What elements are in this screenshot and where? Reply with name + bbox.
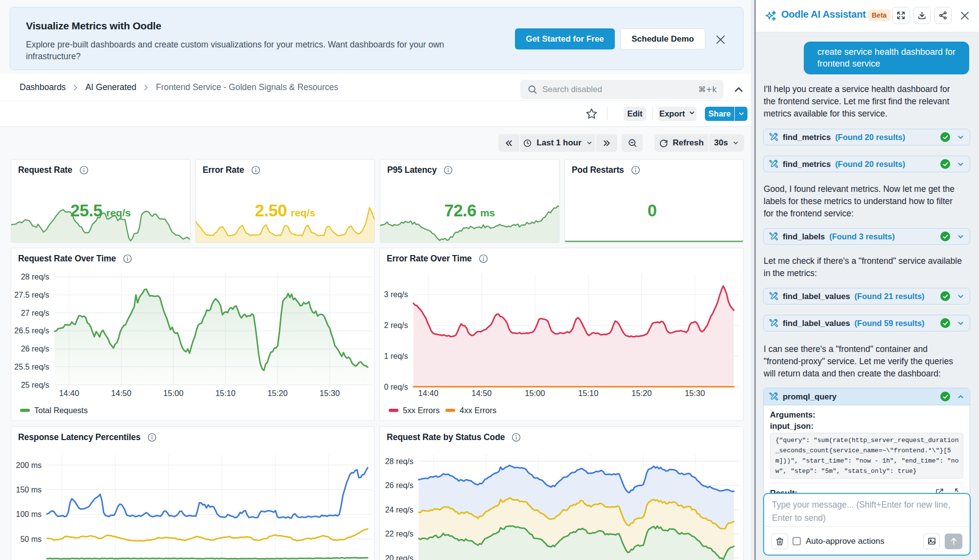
success-check-icon [940, 291, 950, 301]
svg-text:2 req/s: 2 req/s [384, 321, 408, 329]
banner-title: Visualize Metrics with Oodle [26, 20, 161, 32]
breadcrumb-ai-generated[interactable]: AI Generated [85, 82, 136, 93]
attach-image-button[interactable] [923, 534, 940, 549]
send-message-button[interactable] [945, 534, 962, 549]
search-placeholder: Search disabled [542, 85, 699, 94]
svg-text:15:10: 15:10 [215, 389, 235, 397]
success-check-icon [940, 159, 950, 169]
time-shift-forward-button[interactable] [596, 134, 617, 152]
schedule-demo-button[interactable]: Schedule Demo [620, 28, 705, 49]
tools-icon [769, 291, 778, 301]
chevron-down-icon [956, 292, 965, 301]
search-input[interactable]: Search disabled ⌘+k [520, 80, 723, 99]
time-controls: Last 1 hour Refresh 30s [0, 127, 751, 159]
success-check-icon [940, 392, 950, 401]
close-panel-icon[interactable] [959, 10, 971, 22]
svg-text:Total Requests: Total Requests [34, 406, 88, 415]
refresh-button[interactable]: Refresh [654, 134, 708, 152]
search-shortcut: ⌘+k [699, 85, 717, 94]
svg-text:200 ms: 200 ms [16, 461, 42, 469]
arguments-label: Arguments: [770, 409, 963, 420]
svg-text:3 req/s: 3 req/s [384, 290, 408, 299]
stat-panel-error-rate: Error Rate 2.50req/s [195, 159, 375, 243]
svg-text:26.5 req/s: 26.5 req/s [14, 327, 49, 335]
tool-call-find-metrics-2[interactable]: find_metrics (Found 20 results) [763, 156, 970, 172]
tools-icon [769, 132, 778, 142]
svg-text:15:10: 15:10 [578, 389, 598, 397]
chevrons-right-icon [602, 139, 611, 148]
svg-text:0 req/s: 0 req/s [384, 383, 408, 391]
success-check-icon [940, 318, 950, 328]
refresh-label: Refresh [673, 138, 703, 148]
info-icon[interactable] [251, 165, 261, 175]
info-icon[interactable] [443, 165, 453, 175]
tool-call-find-labels[interactable]: find_labels (Found 3 results) [763, 228, 970, 245]
stat-value: 72.6ms [380, 201, 559, 220]
info-icon[interactable] [79, 165, 89, 175]
collapse-header-icon[interactable] [732, 83, 745, 96]
favorite-star-icon[interactable] [585, 107, 598, 120]
svg-text:100 ms: 100 ms [16, 510, 42, 518]
share-button[interactable]: Share [705, 107, 734, 121]
svg-text:15:30: 15:30 [320, 389, 340, 397]
share-dropdown-button[interactable] [734, 107, 747, 121]
info-icon[interactable] [122, 254, 133, 264]
tool-call-find-label-values-2[interactable]: find_label_values (Found 59 results) [763, 315, 970, 331]
chart-response-latency-percentiles: Response Latency Percentiles 50 ms100 ms… [11, 426, 374, 560]
info-icon[interactable] [478, 254, 489, 264]
svg-text:26 req/s: 26 req/s [21, 345, 49, 353]
time-range-label: Last 1 hour [536, 138, 582, 148]
info-icon[interactable] [630, 165, 641, 175]
refresh-icon [659, 139, 668, 148]
result-row: Result: [770, 483, 963, 493]
stat-value: 25.5req/s [11, 201, 190, 220]
stat-title: P95 Latency [387, 165, 437, 175]
auto-approve-checkbox[interactable] [793, 537, 801, 545]
tools-icon [769, 159, 778, 169]
expand-result-icon[interactable] [954, 488, 963, 493]
stat-title: Pod Restarts [572, 165, 624, 175]
chat-input[interactable]: Type your message... (Shift+Enter for ne… [772, 498, 963, 525]
panel-resizer-handle[interactable] [751, 0, 756, 560]
tools-icon [769, 392, 778, 401]
banner-close-icon[interactable] [714, 33, 727, 46]
chevron-down-icon [956, 319, 965, 327]
chevrons-left-icon [504, 139, 513, 148]
chevron-down-icon [688, 109, 696, 118]
assistant-message: I can see there's a "frontend" container… [763, 343, 970, 380]
stat-title: Request Rate [18, 165, 72, 175]
chart-title: Request Rate by Status Code [387, 432, 505, 443]
expand-panel-button[interactable] [892, 7, 909, 24]
time-range-picker[interactable]: Last 1 hour [520, 134, 595, 152]
time-shift-back-button[interactable] [498, 134, 519, 152]
assistant-message: Let me check if there's a "frontend" ser… [763, 255, 970, 280]
chevron-down-icon [732, 140, 739, 146]
svg-text:27.5 req/s: 27.5 req/s [14, 291, 49, 299]
open-external-icon[interactable] [935, 488, 944, 493]
share-chat-button[interactable] [934, 7, 952, 24]
svg-text:22 req/s: 22 req/s [385, 530, 414, 538]
zoom-out-button[interactable] [622, 134, 643, 152]
chart-title: Response Latency Percentiles [18, 432, 140, 443]
svg-text:25 req/s: 25 req/s [21, 381, 49, 389]
svg-text:15:20: 15:20 [267, 389, 287, 397]
download-chat-button[interactable] [913, 7, 931, 24]
chart-title: Error Rate Over Time [387, 254, 472, 264]
breadcrumb-dashboards[interactable]: Dashboards [20, 82, 66, 93]
edit-button[interactable]: Edit [624, 107, 646, 121]
promql-query-header[interactable]: promql_query [764, 388, 970, 405]
tool-call-find-metrics-1[interactable]: find_metrics (Found 20 results) [763, 129, 970, 145]
refresh-interval-picker[interactable]: 30s [709, 134, 744, 152]
info-icon[interactable] [511, 432, 521, 443]
tool-call-find-label-values-1[interactable]: find_label_values (Found 21 results) [763, 288, 970, 304]
export-button[interactable]: Export [658, 107, 697, 121]
tool-call-promql-query-expanded: promql_query Arguments: input_json: {"qu… [763, 388, 970, 493]
info-icon[interactable] [147, 432, 157, 443]
sparkles-icon [765, 10, 777, 23]
chart-title: Request Rate Over Time [18, 254, 116, 264]
clear-chat-button[interactable] [771, 534, 788, 549]
get-started-button[interactable]: Get Started for Free [515, 28, 615, 49]
refresh-interval-label: 30s [714, 138, 728, 148]
chevron-right-icon [71, 84, 79, 92]
promql-query-code: {"query": "sum(rate(http_server_request_… [770, 433, 963, 479]
